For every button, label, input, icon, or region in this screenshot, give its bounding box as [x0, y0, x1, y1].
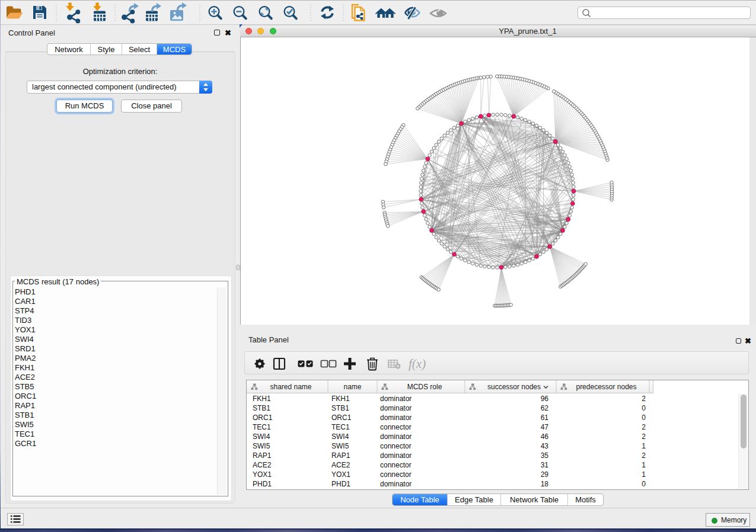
svg-text:shared name: shared name — [270, 383, 311, 391]
svg-text:name: name — [343, 383, 361, 391]
svg-text:MCDS role: MCDS role — [407, 383, 442, 391]
svg-text:f(x): f(x) — [409, 357, 426, 371]
svg-text:successor nodes: successor nodes — [487, 383, 541, 391]
svg-text:predecessor nodes: predecessor nodes — [576, 383, 636, 391]
